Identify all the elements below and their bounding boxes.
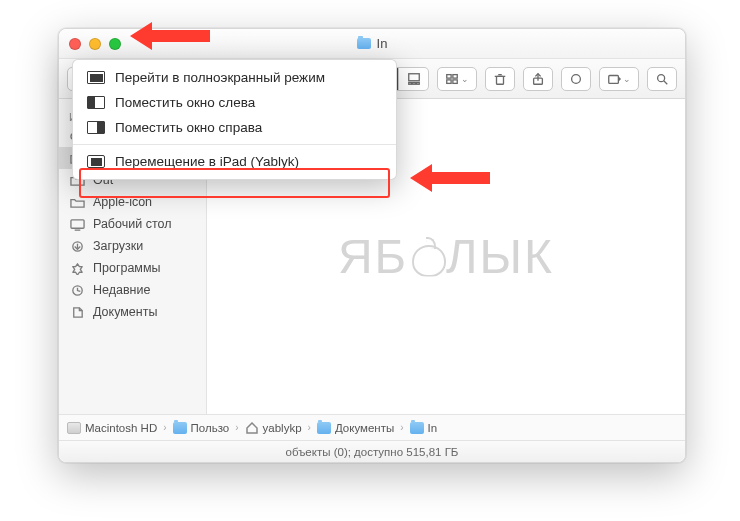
sidebar-item-appleicon[interactable]: Apple-icon	[59, 191, 206, 213]
menu-item-label: Поместить окно слева	[115, 95, 255, 110]
sidebar-item-label: Программы	[93, 261, 161, 275]
svg-rect-18	[497, 76, 504, 84]
svg-point-25	[658, 74, 665, 81]
fullscreen-icon	[87, 71, 105, 84]
menu-item-label: Перейти в полноэкранный режим	[115, 70, 325, 85]
folder-icon	[317, 422, 331, 434]
sidebar-item-desktop[interactable]: Рабочий стол	[59, 213, 206, 235]
watermark: ЯБ ЛЫК	[338, 229, 554, 284]
sidebar-item-label: Apple-icon	[93, 195, 152, 209]
svg-rect-10	[408, 73, 419, 80]
svg-line-26	[664, 80, 668, 84]
downloads-icon	[69, 239, 85, 253]
annotation-arrow-top	[130, 18, 210, 54]
svg-point-22	[572, 74, 581, 83]
action-button[interactable]: ⌄	[599, 67, 639, 91]
sidebar-item-documents[interactable]: Документы	[59, 301, 206, 323]
path-segment[interactable]: yablykp	[245, 422, 302, 434]
path-segment[interactable]: In	[410, 422, 438, 434]
path-segment[interactable]: Macintosh HD	[67, 422, 157, 434]
tile-right-icon	[87, 121, 105, 134]
window-title-text: In	[377, 36, 388, 51]
folder-icon	[69, 195, 85, 209]
chevron-right-icon: ›	[235, 422, 238, 433]
recent-icon	[69, 283, 85, 297]
folder-icon	[173, 422, 187, 434]
svg-rect-11	[408, 82, 411, 84]
disk-icon	[67, 422, 81, 434]
tags-button[interactable]	[561, 67, 591, 91]
path-segment[interactable]: Пользо	[173, 422, 230, 434]
folder-icon	[357, 38, 371, 49]
watermark-text: ЛЫК	[446, 229, 554, 284]
close-button[interactable]	[69, 38, 81, 50]
sidebar-item-label: Рабочий стол	[93, 217, 171, 231]
svg-rect-23	[609, 75, 619, 83]
sidebar-item-label: Недавние	[93, 283, 150, 297]
path-segment[interactable]: Документы	[317, 422, 394, 434]
menu-separator	[73, 144, 396, 145]
svg-rect-27	[70, 219, 83, 227]
status-bar: объекты (0); доступно 515,81 ГБ	[59, 440, 685, 462]
svg-rect-13	[416, 82, 419, 84]
search-button[interactable]	[647, 67, 677, 91]
documents-icon	[69, 305, 85, 319]
menu-item-sidecar[interactable]: Перемещение в iPad (Yablyk)	[73, 149, 396, 174]
sidebar-item-label: Загрузки	[93, 239, 143, 253]
sidebar-item-recent[interactable]: Недавние	[59, 279, 206, 301]
menu-item-label: Поместить окно справа	[115, 120, 262, 135]
traffic-lights	[59, 38, 121, 50]
svg-marker-31	[130, 22, 210, 50]
sidebar-item-apps[interactable]: Программы	[59, 257, 206, 279]
fullscreen-button[interactable]	[109, 38, 121, 50]
sidebar-item-label: Документы	[93, 305, 157, 319]
sidebar-item-downloads[interactable]: Загрузки	[59, 235, 206, 257]
svg-marker-32	[410, 164, 490, 192]
trash-button[interactable]	[485, 67, 515, 91]
share-button[interactable]	[523, 67, 553, 91]
chevron-right-icon: ›	[308, 422, 311, 433]
minimize-button[interactable]	[89, 38, 101, 50]
chevron-right-icon: ›	[163, 422, 166, 433]
svg-rect-15	[453, 74, 457, 78]
menu-item-tile-right[interactable]: Поместить окно справа	[73, 115, 396, 140]
path-bar: Macintosh HD › Пользо › yablykp › Докуме…	[59, 414, 685, 440]
watermark-text: ЯБ	[338, 229, 408, 284]
menu-item-label: Перемещение в iPad (Yablyk)	[115, 154, 299, 169]
home-icon	[245, 422, 259, 434]
svg-rect-14	[447, 74, 451, 78]
chevron-right-icon: ›	[400, 422, 403, 433]
apps-icon	[69, 261, 85, 275]
svg-rect-17	[453, 79, 457, 83]
annotation-arrow-sidecar	[410, 160, 490, 196]
status-text: объекты (0); доступно 515,81 ГБ	[286, 446, 459, 458]
tile-left-icon	[87, 96, 105, 109]
desktop-icon	[69, 217, 85, 231]
svg-rect-16	[447, 79, 451, 83]
apple-icon	[410, 237, 444, 277]
view-gallery-button[interactable]	[399, 67, 429, 91]
menu-item-tile-left[interactable]: Поместить окно слева	[73, 90, 396, 115]
folder-icon	[410, 422, 424, 434]
svg-rect-12	[412, 82, 415, 84]
ipad-icon	[87, 155, 105, 168]
group-by-button[interactable]: ⌄	[437, 67, 477, 91]
menu-item-fullscreen[interactable]: Перейти в полноэкранный режим	[73, 65, 396, 90]
fullscreen-menu: Перейти в полноэкранный режим Поместить …	[72, 59, 397, 180]
